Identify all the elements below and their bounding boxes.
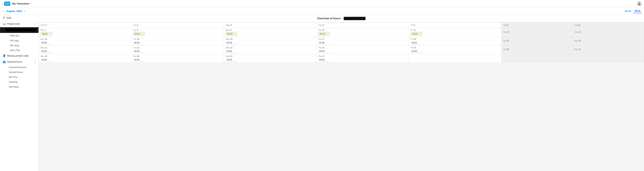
- cell-tue29-header: Tue 29: [133, 55, 222, 58]
- time-entry-fri11[interactable]: 08:00: [410, 32, 422, 36]
- cell-fri11: Fri 11 08:00: [409, 28, 502, 37]
- sidebar-item-projectcode[interactable]: 📊 Projectcode ▾: [0, 21, 38, 27]
- time-entry-mon7-w1[interactable]: 08:00: [40, 32, 52, 36]
- selfstudy-label: Self-Study: [9, 86, 19, 88]
- time-entry-tue15[interactable]: 00:00: [133, 41, 145, 44]
- nav-month-label[interactable]: August: [6, 10, 15, 12]
- time-entry-fri25[interactable]: 00:00: [410, 50, 422, 53]
- time-entry-tue22[interactable]: 00:00: [133, 50, 145, 53]
- sidebar-projectcode-label: Projectcode: [7, 22, 35, 25]
- time-entry-fri18[interactable]: 00:00: [410, 41, 422, 44]
- col-sun6: Sun 6: [572, 22, 644, 28]
- week-view-button[interactable]: Week: [633, 9, 642, 13]
- table-row: Mon 21 00:00 Tue 22 00:00 Wed 23 00:00: [39, 46, 644, 54]
- sidebar-item-ow175[interactable]: - OW 175%: [0, 48, 38, 53]
- time-entry-thu10[interactable]: 08:00: [318, 32, 330, 36]
- calendar-thead: Mon 7 Tue 1 Wed 2 Thu 3: [39, 22, 644, 28]
- cell-thu24: Thu 24 00:00: [316, 46, 409, 54]
- cell-wed30: Wed 30 00:00: [224, 54, 316, 63]
- cell-tue8-header: Tue 8: [133, 29, 222, 31]
- main-panel: Overview of hours -: [39, 15, 644, 171]
- cell-thu17-header: Thu 17: [318, 38, 407, 40]
- cell-tue15: Tue 15 00:00: [131, 37, 224, 46]
- cell-wed23: Wed 23 00:00: [224, 46, 316, 54]
- sidebar-item-missing[interactable]: 👤 Missing project code: [0, 53, 38, 59]
- sidebar-item-piket[interactable]: - Piket Die...: [0, 33, 38, 38]
- sbhoog-label: - SB Hoog ...: [9, 44, 21, 47]
- col-sun6-num: 6: [579, 24, 580, 26]
- cell-thu24-header: Thu 24: [318, 46, 407, 49]
- month-view-button[interactable]: Month: [623, 9, 632, 13]
- cell-tue29: Tue 29 00:00: [131, 54, 224, 63]
- overview-title: Overview of hours -: [317, 17, 365, 20]
- next-month-button[interactable]: ›: [23, 8, 26, 14]
- sidebar-item-general[interactable]: 👥 General hours ▾: [0, 59, 38, 65]
- col-sun6-prefix: Sun: [575, 24, 579, 26]
- cell-sat26: Sat 26: [502, 46, 572, 54]
- prev-month-button[interactable]: ‹: [2, 8, 6, 14]
- cell-mon7-header: Mon 7: [40, 29, 130, 31]
- cell-sun-empty: [572, 54, 644, 63]
- user-avatar[interactable]: [636, 1, 642, 6]
- cell-fri11-header: Fri 11: [410, 29, 500, 31]
- sidebar-item-commercial[interactable]: Commercial hours: [0, 65, 38, 70]
- col-sat5-prefix: Sat: [504, 24, 507, 26]
- calendar-table: Mon 7 Tue 1 Wed 2 Thu 3: [39, 22, 644, 63]
- col-fri4-num: 4: [414, 24, 415, 26]
- nav-year-label[interactable]: 2023: [16, 10, 22, 12]
- cell-fri25-header: Fri 25: [410, 46, 500, 49]
- overview-header: Overview of hours -: [39, 15, 644, 22]
- cell-sun20: Sun 20: [572, 37, 644, 46]
- cell-sun27-header: Sun 27: [574, 48, 642, 50]
- idle-label: Idle Time: [9, 76, 18, 78]
- sidebar-item-selfstudy[interactable]: Self-Study: [0, 84, 38, 89]
- sidebar-item-project-highlighted[interactable]: [0, 27, 38, 33]
- sidebar-item-sblaag[interactable]: - SB Laag ...: [0, 38, 38, 43]
- time-entry-tue29[interactable]: 00:00: [133, 58, 145, 62]
- back-button[interactable]: ‹: [2, 2, 3, 5]
- sidebar-item-sbhoog[interactable]: - SB Hoog ...: [0, 43, 38, 48]
- time-entry-wed16[interactable]: 00:00: [226, 41, 237, 44]
- app-container: ‹ SAP My Timesheet ▾ ‹ August 2023 › Mon…: [0, 0, 644, 171]
- cell-sun13: Sun 13: [572, 28, 644, 37]
- col-mon7-num: 7: [45, 24, 46, 26]
- nav-bar: ‹ August 2023 › Month Week: [0, 8, 644, 15]
- app-title[interactable]: My Timesheet ▾: [12, 2, 30, 5]
- time-entry-mon21[interactable]: 00:00: [40, 50, 52, 53]
- col-thu3-num: 3: [322, 24, 324, 26]
- people-icon: 👥: [3, 60, 6, 63]
- cell-fri-empty: [409, 54, 502, 63]
- person-outline-icon: 👤: [3, 54, 6, 57]
- time-entry-tue8[interactable]: 08:00: [133, 32, 145, 36]
- time-entry-wed9[interactable]: 08:00: [226, 32, 237, 36]
- cell-sat26-header: Sat 26: [503, 48, 571, 50]
- sblaag-label: - SB Laag ...: [9, 39, 21, 42]
- chart-icon: 📊: [3, 22, 6, 25]
- sidebar-item-total[interactable]: ☰ Total: [0, 15, 38, 21]
- time-entry-wed30[interactable]: 00:00: [226, 58, 237, 62]
- col-sat5-num: 5: [507, 24, 508, 26]
- cell-wed30-header: Wed 30: [226, 55, 314, 58]
- sidebar-item-learning[interactable]: Learning: [0, 80, 38, 84]
- table-row: Mon 14 00:00 Tue 15 00:00 Wed 16 00:00: [39, 37, 644, 46]
- time-entry-wed23[interactable]: 00:00: [226, 50, 237, 53]
- page-layout: ☰ Total 📊 Projectcode ▾ - Piket Die... -…: [0, 15, 644, 171]
- cell-thu17: Thu 17 00:00: [316, 37, 409, 46]
- time-entry-mon14[interactable]: 00:00: [40, 41, 52, 44]
- sidebar-item-idle[interactable]: Idle Time: [0, 74, 38, 80]
- time-entry-thu31[interactable]: 00:00: [318, 58, 330, 62]
- time-entry-thu17[interactable]: 00:00: [318, 41, 330, 44]
- time-entry-mon28[interactable]: 00:00: [40, 58, 52, 62]
- cell-thu10: Thu 10 08:00: [316, 28, 409, 37]
- cell-sat12: Sat 12: [502, 28, 572, 37]
- ow175-label: - OW 175%: [9, 49, 20, 52]
- cell-sun20-header: Sun 20: [574, 40, 642, 42]
- time-entry-thu24[interactable]: 00:00: [318, 50, 330, 53]
- sidebar-item-general-hours[interactable]: General Hours: [0, 70, 38, 74]
- col-mon7: Mon 7: [39, 22, 131, 28]
- cell-fri25: Fri 25 00:00: [409, 46, 502, 54]
- sidebar-total-label: Total: [6, 16, 36, 19]
- col-tue1: Tue 1: [131, 22, 224, 28]
- cell-sat19-header: Sat 19: [503, 40, 571, 42]
- calendar-area: Mon 7 Tue 1 Wed 2 Thu 3: [39, 22, 644, 63]
